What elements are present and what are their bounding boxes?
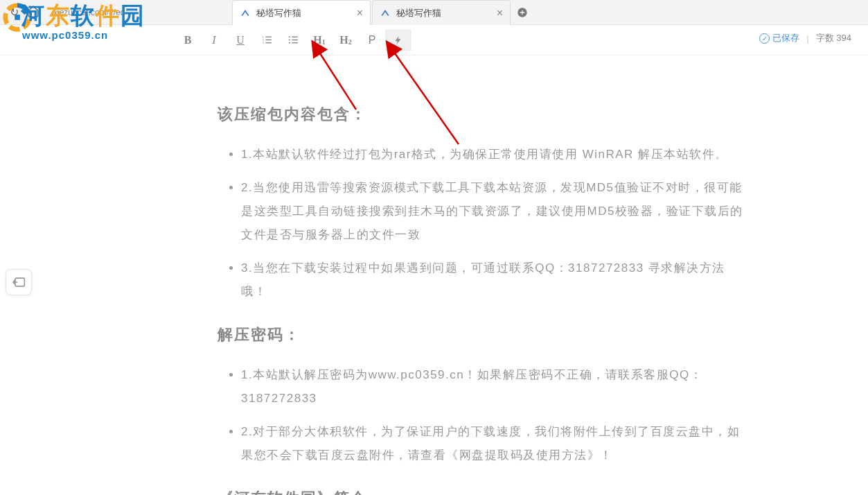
- tab-title-1: 秘塔写作猫: [256, 7, 351, 19]
- list-item: 3.当您在下载安装过程中如果遇到问题，可通过联系QQ：3187272833 寻求…: [241, 257, 750, 304]
- svg-text:3: 3: [262, 41, 264, 44]
- tab-2[interactable]: 秘塔写作猫 ×: [372, 0, 511, 25]
- status-bar: ✓ 已保存 | 字数 394: [759, 32, 851, 44]
- italic-button[interactable]: I: [201, 29, 227, 51]
- list-item: 1.本站默认解压密码为www.pc0359.cn！如果解压密码不正确，请联系客服…: [241, 363, 750, 410]
- tab-close-1[interactable]: ×: [357, 7, 363, 19]
- paragraph-button[interactable]: P: [359, 29, 385, 51]
- url-bar[interactable]: xiezuocat.com/#/ed: [48, 5, 130, 20]
- svg-point-12: [288, 42, 290, 44]
- tab-favicon-1: [240, 8, 251, 19]
- word-count: 字数 394: [816, 32, 851, 44]
- nav-controls: ↻ xiezuocat.com/#/ed: [0, 5, 140, 20]
- saved-label: 已保存: [772, 32, 799, 44]
- tab-close-2[interactable]: ×: [497, 7, 503, 19]
- bolt-button[interactable]: [385, 29, 411, 51]
- check-icon: ✓: [759, 33, 770, 44]
- browser-bar: ↻ xiezuocat.com/#/ed 秘塔写作猫 × 秘塔写作猫 ×: [0, 0, 868, 25]
- editor-content[interactable]: 该压缩包内容包含： 1.本站默认软件经过打包为rar格式，为确保正常使用请使用 …: [169, 55, 799, 495]
- section-heading-1: 该压缩包内容包含：: [218, 104, 750, 125]
- format-buttons: B I U 123 H1 H2 P: [175, 29, 411, 51]
- svg-point-10: [288, 36, 290, 37]
- editor-toolbar: B I U 123 H1 H2 P: [0, 25, 868, 55]
- status-divider: |: [806, 33, 808, 44]
- underline-button[interactable]: U: [227, 29, 254, 51]
- new-tab-button[interactable]: [512, 0, 533, 25]
- ordered-list-button[interactable]: 123: [254, 29, 280, 51]
- saved-indicator: ✓ 已保存: [759, 32, 799, 44]
- unordered-list-button[interactable]: [280, 29, 306, 51]
- tab-title-2: 秘塔写作猫: [396, 7, 491, 19]
- section-heading-3: 《河东软件园》简介：: [218, 488, 750, 495]
- svg-point-11: [288, 39, 290, 40]
- tab-strip: 秘塔写作猫 × 秘塔写作猫 ×: [232, 0, 533, 25]
- reload-icon[interactable]: ↻: [10, 6, 19, 19]
- section-heading-2: 解压密码：: [218, 324, 750, 345]
- tab-1[interactable]: 秘塔写作猫 ×: [232, 0, 371, 25]
- list-item: 2.当您使用迅雷等搜索资源模式下载工具下载本站资源，发现MD5值验证不对时，很可…: [241, 176, 750, 247]
- h1-button[interactable]: H1: [306, 29, 333, 51]
- list-item: 1.本站默认软件经过打包为rar格式，为确保正常使用请使用 WinRAR 解压本…: [241, 143, 750, 166]
- home-icon[interactable]: [27, 5, 39, 20]
- bold-button[interactable]: B: [175, 29, 201, 51]
- section-list-1: 1.本站默认软件经过打包为rar格式，为确保正常使用请使用 WinRAR 解压本…: [218, 143, 750, 304]
- side-collapse-button[interactable]: [6, 269, 32, 295]
- section-list-2: 1.本站默认解压密码为www.pc0359.cn！如果解压密码不正确，请联系客服…: [218, 363, 750, 467]
- tab-favicon-2: [380, 8, 391, 19]
- h2-button[interactable]: H2: [333, 29, 359, 51]
- list-item: 2.对于部分大体积软件，为了保证用户的下载速度，我们将附件上传到了百度云盘中，如…: [241, 420, 750, 467]
